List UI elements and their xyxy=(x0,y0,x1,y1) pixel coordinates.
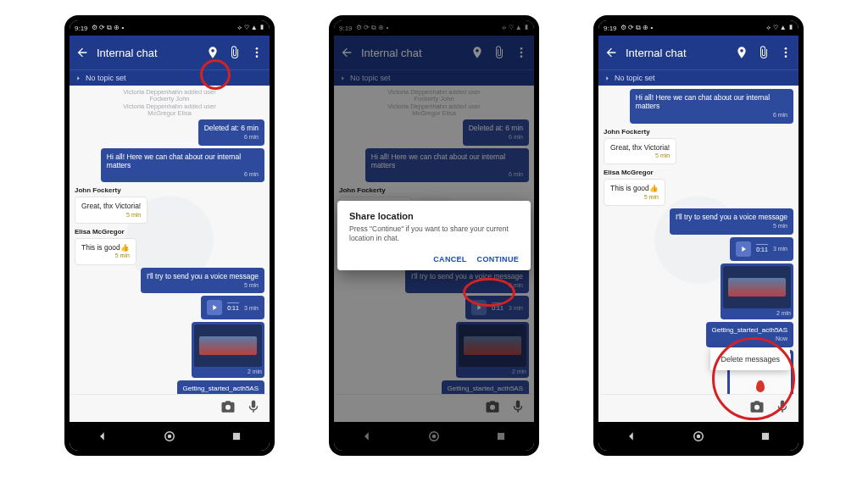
mic-icon[interactable] xyxy=(246,399,261,418)
phone-1: 9:19⚙ ⟳ ⧉ ⊕ • ⟡ ♡ ▲ ▮ Internal chat No t… xyxy=(64,15,275,456)
location-icon[interactable] xyxy=(205,45,220,60)
input-row xyxy=(598,394,798,422)
play-icon[interactable] xyxy=(207,300,222,315)
svg-rect-17 xyxy=(762,433,769,440)
msg-image[interactable]: 2 min xyxy=(192,322,264,378)
image-thumb xyxy=(194,324,262,367)
system-log: Victoria Deppenhahn added userFockerty J… xyxy=(75,89,264,117)
msg-elisa[interactable]: This is good👍5 min xyxy=(75,238,136,265)
msg-elisa[interactable]: This is good👍5 min xyxy=(604,179,665,206)
back-icon[interactable] xyxy=(75,45,90,60)
nav-back-icon[interactable] xyxy=(619,428,644,445)
nav-recent-icon[interactable] xyxy=(753,428,778,445)
image-thumb xyxy=(723,266,791,308)
mic-icon[interactable] xyxy=(775,399,790,418)
context-menu: Delete messages xyxy=(710,348,790,370)
android-nav xyxy=(598,422,798,451)
msg-file[interactable]: Getting_started_acth5ASNow xyxy=(706,322,793,347)
svg-point-16 xyxy=(697,435,701,439)
svg-point-2 xyxy=(256,55,259,58)
sender-john: John Fockerty xyxy=(604,128,793,136)
nav-home-icon[interactable] xyxy=(157,428,182,445)
msg-voice[interactable]: 0:11 3 min xyxy=(730,237,793,261)
delete-messages-item[interactable]: Delete messages xyxy=(721,355,780,363)
app-bar: Internal chat xyxy=(598,36,798,69)
sender-elisa: Elisa McGregor xyxy=(604,169,793,176)
phone-3: 9:19⚙ ⟳ ⧉ ⊕ • ⟡ ♡ ▲ ▮ Internal chat No t… xyxy=(593,15,804,456)
svg-point-13 xyxy=(785,52,787,54)
nav-back-icon[interactable] xyxy=(90,428,115,445)
chat-area: Hi all! Here we can chat about our inter… xyxy=(598,86,798,394)
msg-john[interactable]: Great, thx Victoria!5 min xyxy=(604,138,676,165)
msg-file[interactable]: Getting_started_acth5ASNow xyxy=(177,380,264,394)
chat-title: Internal chat xyxy=(626,47,727,59)
dialog-body: Press "Continue" if you want to share yo… xyxy=(349,225,519,243)
android-nav xyxy=(70,422,270,451)
input-row xyxy=(70,394,270,422)
chat-area: Victoria Deppenhahn added userFockerty J… xyxy=(70,86,270,394)
svg-rect-5 xyxy=(233,433,240,440)
dialog-title: Share location xyxy=(349,211,519,221)
chat-title: Internal chat xyxy=(97,47,198,59)
app-bar: Internal chat xyxy=(70,36,270,69)
sender-john: John Fockerty xyxy=(75,186,264,194)
back-icon[interactable] xyxy=(604,45,619,60)
msg-voice-intro[interactable]: I'll try to send you a voice message5 mi… xyxy=(670,208,793,235)
camera-icon[interactable] xyxy=(220,399,236,418)
msg-deleted[interactable]: Deleted at: 6 min6 min xyxy=(198,119,264,146)
overflow-icon[interactable] xyxy=(249,45,264,60)
msg-voice-intro[interactable]: I'll try to send you a voice message5 mi… xyxy=(141,268,264,294)
nav-home-icon[interactable] xyxy=(686,428,711,445)
phone-2: 9:19⚙ ⟳ ⧉ ⊕ • ⟡ ♡ ▲ ▮ Internal chat No t… xyxy=(329,15,539,456)
topic-bar[interactable]: No topic set xyxy=(598,69,798,86)
share-location-dialog: Share location Press "Continue" if you w… xyxy=(337,201,531,270)
overflow-icon[interactable] xyxy=(778,45,793,60)
camera-icon[interactable] xyxy=(749,399,765,418)
msg-hello[interactable]: Hi all! Here we can chat about our inter… xyxy=(101,148,264,183)
cancel-button[interactable]: CANCEL xyxy=(433,255,466,263)
svg-point-1 xyxy=(256,52,259,54)
svg-point-14 xyxy=(785,55,787,58)
continue-button[interactable]: CONTINUE xyxy=(477,255,519,263)
attach-icon[interactable] xyxy=(227,45,242,60)
attach-icon[interactable] xyxy=(756,45,771,60)
svg-point-4 xyxy=(168,435,172,439)
play-icon[interactable] xyxy=(736,241,751,257)
topic-bar[interactable]: No topic set xyxy=(70,69,270,86)
msg-image[interactable]: 2 min xyxy=(721,263,793,319)
location-icon[interactable] xyxy=(734,45,749,60)
sender-elisa: Elisa McGregor xyxy=(75,228,264,236)
nav-recent-icon[interactable] xyxy=(224,428,249,445)
svg-point-0 xyxy=(256,47,259,50)
msg-john[interactable]: Great, thx Victoria!5 min xyxy=(75,197,147,224)
svg-point-12 xyxy=(785,47,787,50)
msg-hello[interactable]: Hi all! Here we can chat about our inter… xyxy=(630,89,793,124)
msg-voice[interactable]: 0:11 3 min xyxy=(201,296,264,319)
status-bar: 9:19⚙ ⟳ ⧉ ⊕ • ⟡ ♡ ▲ ▮ xyxy=(598,20,798,36)
status-bar: 9:19⚙ ⟳ ⧉ ⊕ • ⟡ ♡ ▲ ▮ xyxy=(70,20,270,36)
